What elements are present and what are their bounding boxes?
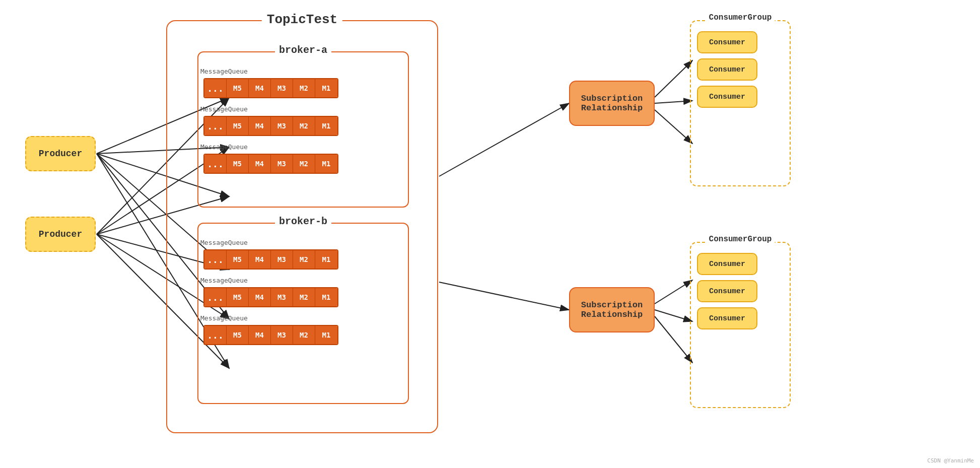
broker-b-box: broker-b MessageQueue ... M5 M4 M3 M2 M1… bbox=[197, 223, 409, 404]
subscription-relationship-1: SubscriptionRelationship bbox=[569, 81, 655, 126]
consumer-1-1: Consumer bbox=[697, 31, 757, 53]
broker-a-label: broker-a bbox=[275, 44, 331, 56]
svg-line-17 bbox=[655, 110, 692, 144]
mq-label-b3: MessageQueue bbox=[200, 314, 408, 322]
queue-row-b1: ... M5 M4 M3 M2 M1 bbox=[203, 249, 408, 270]
consumer-group-2-box: ConsumerGroup Consumer Consumer Consumer bbox=[690, 242, 791, 408]
consumer-2-1: Consumer bbox=[697, 253, 757, 275]
svg-line-18 bbox=[655, 280, 692, 304]
mq-label-a3: MessageQueue bbox=[200, 143, 408, 151]
mq-label-b1: MessageQueue bbox=[200, 239, 408, 246]
consumer-group-1-box: ConsumerGroup Consumer Consumer Consumer bbox=[690, 20, 791, 186]
queue-row-b2: ... M5 M4 M3 M2 M1 bbox=[203, 287, 408, 307]
topic-test-box: TopicTest broker-a MessageQueue ... M5 M… bbox=[166, 20, 438, 433]
consumer-2-3: Consumer bbox=[697, 307, 757, 329]
consumer-1-3: Consumer bbox=[697, 86, 757, 108]
broker-a-box: broker-a MessageQueue ... M5 M4 M3 M2 M1… bbox=[197, 51, 409, 208]
mq-label-b2: MessageQueue bbox=[200, 277, 408, 284]
queue-row-a1: ... M5 M4 M3 M2 M1 bbox=[203, 78, 408, 98]
svg-line-14 bbox=[439, 282, 569, 310]
consumer-1-2: Consumer bbox=[697, 58, 757, 81]
consumer-group-2-label: ConsumerGroup bbox=[706, 235, 775, 244]
queue-row-b3: ... M5 M4 M3 M2 M1 bbox=[203, 325, 408, 345]
queue-row-a3: ... M5 M4 M3 M2 M1 bbox=[203, 154, 408, 174]
svg-line-19 bbox=[655, 310, 692, 321]
producer-1: Producer bbox=[25, 136, 96, 171]
subscription-relationship-2: SubscriptionRelationship bbox=[569, 287, 655, 332]
svg-line-15 bbox=[655, 60, 692, 97]
consumer-group-1-label: ConsumerGroup bbox=[706, 13, 775, 22]
svg-line-16 bbox=[655, 101, 692, 103]
svg-line-13 bbox=[439, 103, 569, 176]
broker-b-label: broker-b bbox=[275, 216, 331, 227]
watermark: CSDN @YanminMe bbox=[927, 457, 974, 464]
topic-test-label: TopicTest bbox=[262, 12, 342, 27]
diagram: Producer Producer TopicTest broker-a Mes… bbox=[0, 0, 980, 468]
mq-label-a2: MessageQueue bbox=[200, 105, 408, 113]
consumer-2-2: Consumer bbox=[697, 280, 757, 302]
arrows-svg bbox=[0, 0, 980, 468]
queue-row-a2: ... M5 M4 M3 M2 M1 bbox=[203, 116, 408, 136]
svg-line-20 bbox=[655, 316, 692, 363]
mq-label-a1: MessageQueue bbox=[200, 68, 408, 75]
producer-2: Producer bbox=[25, 217, 96, 252]
